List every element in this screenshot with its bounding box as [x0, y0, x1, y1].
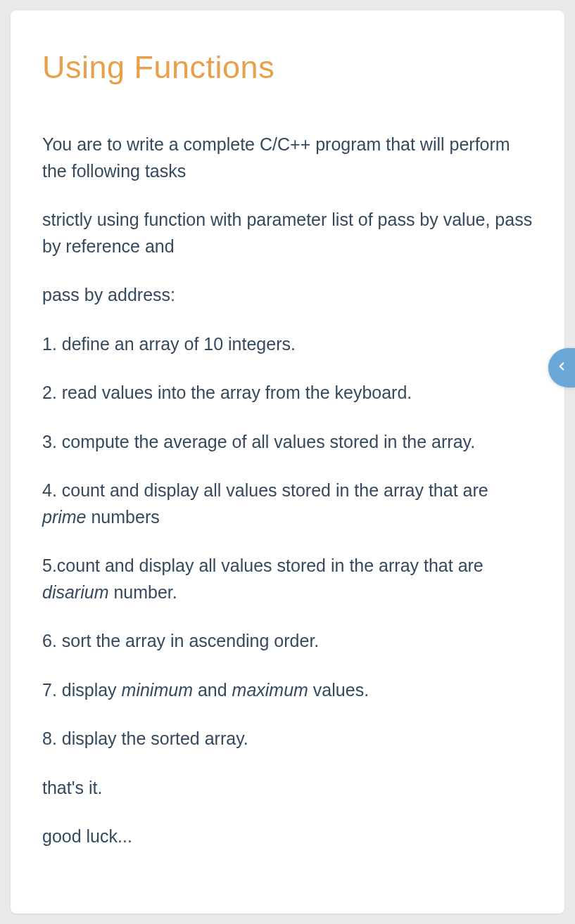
chevron-left-icon	[555, 360, 568, 376]
closing-1: that's it.	[42, 775, 533, 802]
content-card: Using Functions You are to write a compl…	[11, 11, 564, 913]
task-item-3: 3. compute the average of all values sto…	[42, 429, 533, 456]
task-item-6: 6. sort the array in ascending order.	[42, 628, 533, 655]
task-item-1: 1. define an array of 10 integers.	[42, 331, 533, 358]
task-item-8: 8. display the sorted array.	[42, 726, 533, 752]
task-item-7-italic-1: minimum	[122, 680, 193, 700]
task-item-7-mid: and	[193, 680, 232, 700]
task-item-5-italic: disarium	[42, 582, 108, 602]
intro-paragraph-2: strictly using function with parameter l…	[42, 207, 533, 259]
task-item-4: 4. count and display all values stored i…	[42, 477, 533, 530]
task-item-7-text-a: 7. display	[42, 680, 122, 700]
task-item-5: 5.count and display all values stored in…	[42, 553, 533, 605]
page-title: Using Functions	[42, 49, 533, 86]
task-item-7-italic-2: maximum	[232, 680, 308, 700]
task-item-2: 2. read values into the array from the k…	[42, 380, 533, 406]
task-item-7-text-b: values.	[308, 680, 369, 700]
task-item-4-text-b: numbers	[87, 507, 160, 527]
task-item-5-text-b: number.	[108, 582, 177, 602]
task-item-7: 7. display minimum and maximum values.	[42, 677, 533, 704]
task-item-4-italic: prime	[42, 507, 87, 527]
task-item-5-text-a: 5.count and display all values stored in…	[42, 556, 484, 575]
intro-paragraph-1: You are to write a complete C/C++ progra…	[42, 131, 533, 184]
task-item-4-text-a: 4. count and display all values stored i…	[42, 480, 488, 500]
closing-2: good luck...	[42, 823, 533, 850]
intro-paragraph-3: pass by address:	[42, 282, 533, 309]
